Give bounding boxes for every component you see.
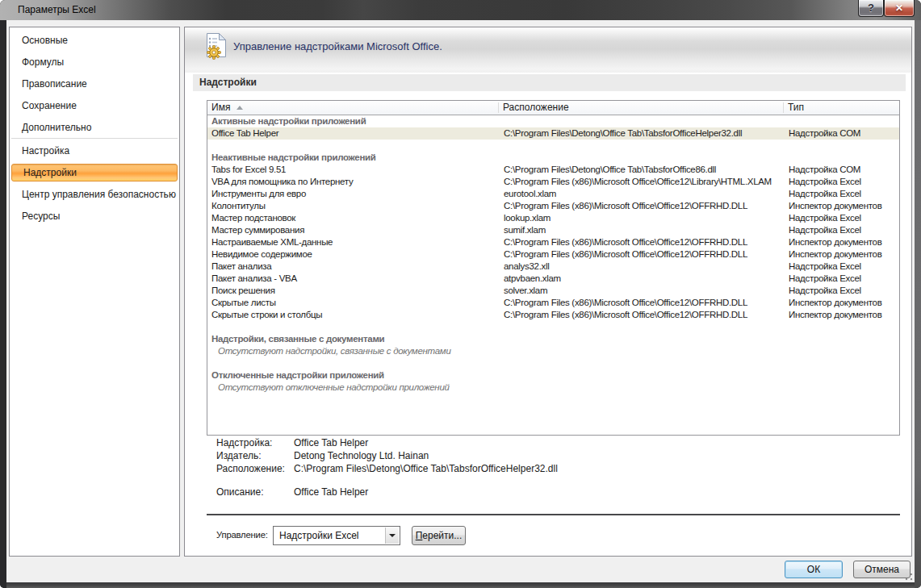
cell-location: eurotool.xlam [504,188,556,200]
table-row[interactable]: Office Tab HelperC:\Program Files\Detong… [207,127,899,140]
cell-name: Активные надстройки приложений [211,115,366,127]
cell-name: Мастер суммирования [211,224,304,236]
cell-name: Скрытые строки и столбцы [211,309,322,321]
resize-grip-icon[interactable] [905,573,913,581]
window-frame-bottom [6,582,915,588]
column-separator [783,102,784,113]
sidebar-separator [11,138,178,139]
cell-type: Инспектор документов [789,309,881,321]
sort-asc-icon [237,106,243,110]
sidebar-item-5[interactable]: Дополнительно [10,119,178,136]
detail-value: Office Tab Helper [294,436,368,449]
cell-name: Отсутствуют надстройки, связанные с доку… [218,345,451,357]
close-button[interactable]: ✕ [884,0,915,17]
cell-location: C:\Program Files (x86)\Microsoft Office\… [504,176,772,188]
table-row[interactable]: Настраиваемые XML-данныеC:\Program Files… [207,236,899,248]
titlebar: Параметры Excel [0,0,921,20]
table-row[interactable]: КолонтитулыC:\Program Files (x86)\Micros… [207,200,899,212]
detail-value: C:\Program Files\Detong\Office Tab\Tabsf… [294,462,558,475]
manage-combobox[interactable]: Надстройки Excel [273,526,400,545]
cell-location: C:\Program Files\Detong\Office Tab\Tabsf… [504,127,742,140]
detail-value: Office Tab Helper [294,486,368,498]
cell-name: Настраиваемые XML-данные [211,236,333,248]
cell-name: Отсутствуют отключенные надстройки прило… [218,382,450,394]
sidebar-item-6[interactable]: Настройка [10,142,178,160]
cell-name: Office Tab Helper [211,127,278,140]
table-row[interactable]: VBA для помощника по ИнтернетуC:\Program… [207,176,899,188]
cell-location: analys32.xll [504,261,550,273]
detail-label: Описание: [216,486,264,498]
cell-name: Инструменты для евро [211,188,306,200]
detail-value: Detong Technology Ltd. Hainan [294,449,429,462]
cell-location: C:\Program Files\Detong\Office Tab\Tabsf… [504,164,716,176]
help-icon: ? [868,2,874,14]
cell-name: VBA для помощника по Интернету [211,176,353,188]
sidebar-item-1[interactable]: Основные [10,31,178,49]
cell-type: Надстройка Excel [789,224,861,236]
table-row [207,321,899,333]
addins-table: Имя Расположение Тип Активные надстройки… [207,100,900,436]
go-button[interactable]: Перейти... [412,526,466,545]
table-row[interactable]: Поиск решенияsolver.xlamНадстройка Excel [207,285,899,297]
cell-name: Колонтитулы [211,200,266,212]
table-body: Активные надстройки приложенийOffice Tab… [207,115,899,394]
table-row[interactable]: Пакет анализа - VBAatpvbaen.xlamНадстрой… [207,273,899,285]
table-row[interactable]: Мастер подстановокlookup.xlamНадстройка … [207,212,899,224]
window-frame-right [915,20,921,588]
combobox-dropdown-button[interactable] [385,528,399,544]
table-row[interactable]: Пакет анализаanalys32.xllНадстройка Exce… [207,261,899,273]
column-header-location[interactable]: Расположение [503,101,569,115]
cell-type: Инспектор документов [789,297,881,309]
table-row [207,140,899,152]
sidebar-item-7[interactable]: Надстройки [11,164,178,181]
page-title: Управление надстройками Microsoft Office… [233,40,442,52]
manage-label: Управление: [216,528,268,541]
cell-type: Надстройка Excel [789,212,861,224]
table-row[interactable]: Мастер суммированияsumif.xlamНадстройка … [207,224,899,236]
column-header-name[interactable]: Имя [211,101,230,115]
cell-type: Надстройка Excel [789,176,861,188]
table-row[interactable]: Скрытые строки и столбцыC:\Program Files… [207,309,899,321]
sidebar-item-8[interactable]: Центр управления безопасностью [10,186,178,203]
help-button[interactable]: ? [858,0,884,17]
cell-name: Пакет анализа - VBA [211,273,297,285]
cancel-button[interactable]: Отмена [853,561,911,578]
cell-location: solver.xlam [504,285,547,297]
table-row[interactable]: Инструменты для евроeurotool.xlamНадстро… [207,188,899,200]
gear-icon [207,46,221,60]
table-row[interactable]: Tabs for Excel 9.51C:\Program Files\Deto… [207,164,899,176]
cell-name: Мастер подстановок [211,212,295,224]
table-row[interactable]: Скрытые листыC:\Program Files (x86)\Micr… [207,297,899,309]
cell-type: Надстройка COM [789,164,860,176]
cell-name: Отключенные надстройки приложений [211,369,384,382]
cell-location: atpvbaen.xlam [504,273,561,285]
combobox-value: Надстройки Excel [279,527,359,544]
cell-location: C:\Program Files (x86)\Microsoft Office\… [504,309,747,321]
table-row[interactable]: Невидимое содержимоеC:\Program Files (x8… [207,248,899,261]
table-row: Отключенные надстройки приложений [207,369,899,382]
cell-type: Инспектор документов [789,248,881,261]
section-header: Надстройки [193,74,906,91]
table-row: Отсутствуют надстройки, связанные с доку… [207,345,899,357]
table-row [207,357,899,369]
window-title: Параметры Excel [18,0,96,19]
cell-name: Пакет анализа [211,261,271,273]
sidebar-item-3[interactable]: Правописание [10,75,178,93]
cell-name: Надстройки, связанные с документами [211,333,384,345]
detail-label: Надстройка: [216,436,272,449]
dialog-client-area: ОсновныеФормулыПравописаниеСохранениеДоп… [6,20,915,582]
column-header-type[interactable]: Тип [788,101,804,115]
table-row: Активные надстройки приложений [207,115,899,127]
cell-location: C:\Program Files (x86)\Microsoft Office\… [504,248,747,261]
close-icon: ✕ [895,2,903,14]
sidebar-item-2[interactable]: Формулы [10,53,178,71]
window-frame-left [0,20,6,588]
excel-options-dialog: Параметры Excel ? ✕ ОсновныеФормулыПраво… [0,0,921,588]
ok-button[interactable]: ОК [785,561,843,578]
cell-type: Надстройка Excel [789,188,861,200]
cell-name: Неактивные надстройки приложений [211,152,376,164]
table-row: Отсутствуют отключенные надстройки прило… [207,382,899,394]
sidebar-item-4[interactable]: Сохранение [10,97,178,115]
cell-name: Поиск решения [211,285,275,297]
sidebar-item-9[interactable]: Ресурсы [10,207,178,225]
